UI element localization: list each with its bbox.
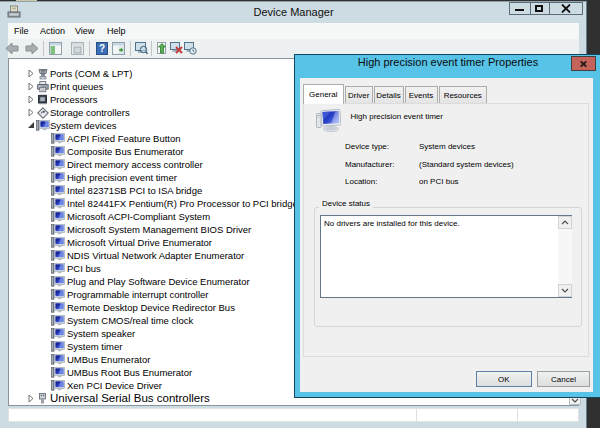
svg-text:?: ?: [99, 43, 105, 54]
